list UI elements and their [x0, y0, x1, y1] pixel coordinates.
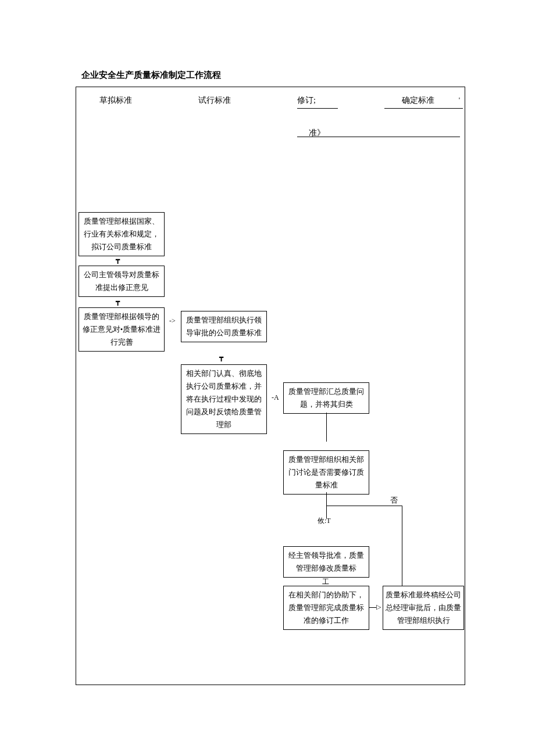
header-underline-1: [297, 108, 338, 109]
col2-conn1: ┳: [219, 353, 223, 362]
arrow-3-to-4-head: ▷: [376, 604, 381, 610]
branch-hline: [326, 506, 402, 506]
col4-box1: 质量标准最终稿经公司总经理审批后，由质量管理部组织执行: [383, 586, 464, 630]
col3-box2: 质量管理部组织相关部门讨论是否需要修订质量标准: [283, 450, 369, 495]
column-header-3: 修订;: [297, 95, 316, 106]
col3-box4: 在相关部门的协助下，质量管理部完成质量标准的修订工作: [283, 586, 369, 630]
column-header-1: 草拟标准: [99, 95, 132, 106]
col1-conn2: ┳: [116, 298, 120, 306]
diagram-frame: 草拟标准 试行标准 修订; 确定标准 ' 准》 质量管理部根据国家、行业有关标准…: [76, 87, 465, 685]
you-t: 攸:T: [318, 516, 331, 526]
diagram-title: 企业安全生产质量标准制定工作流程: [76, 70, 465, 81]
col1-conn1: ┳: [116, 256, 120, 264]
arrow-3-to-4-line: [369, 607, 376, 608]
col2-box1: 质量管理部组织执行领导审批的公司质量标准: [181, 311, 267, 342]
col2-box2: 相关部门认真、彻底地执行公司质量标准，并将在执行过程中发现的问题及时反馈给质量管…: [181, 364, 267, 434]
arrow-2-to-3: -A: [272, 393, 279, 402]
zhun-underline: [297, 137, 460, 137]
col1-box1: 质量管理部根据国家、行业有关标准和规定，拟订公司质量标准: [79, 212, 165, 256]
column-header-4: 确定标准: [402, 95, 434, 106]
col3-box1: 质量管理部汇总质量问题，并将其归类: [283, 382, 369, 414]
label-no: 否: [390, 495, 398, 506]
header-underline-2: [384, 108, 463, 109]
col3-box3: 经主管领导批准，质量管理部修改质量标: [283, 546, 369, 578]
col3-line1: [326, 413, 327, 442]
tick-mark: ': [459, 95, 460, 105]
column-header-2: 试行标准: [198, 95, 231, 106]
col1-box3: 质量管理部根据领导的修正意见对•质量标准进行完善: [79, 307, 165, 352]
page-container: 企业安全生产质量标准制定工作流程 草拟标准 试行标准 修订; 确定标准 ' 准》…: [76, 70, 465, 685]
col1-box2: 公司主管领导对质量标准提出修正意见: [79, 266, 165, 297]
arrow-1-to-2: ->: [169, 317, 176, 325]
